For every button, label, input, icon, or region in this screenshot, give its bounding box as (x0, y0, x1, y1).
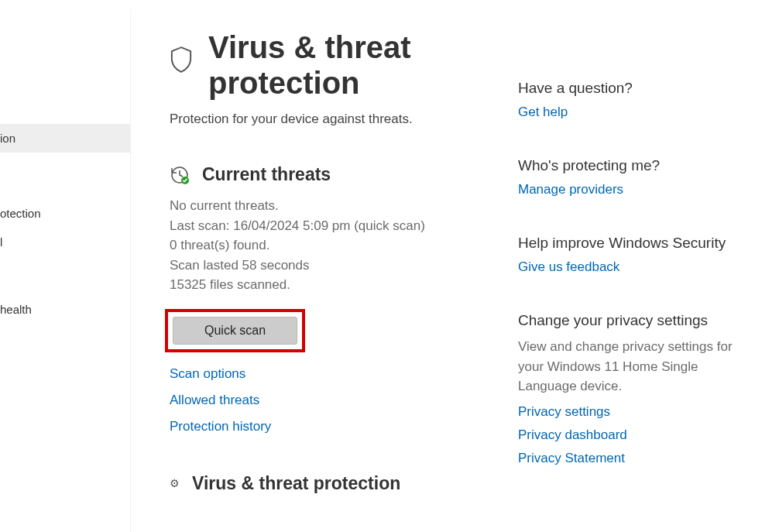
aside-title-privacy: Change your privacy settings (518, 312, 735, 329)
sidebar-item-l[interactable]: l (0, 228, 130, 256)
link-privacy-statement[interactable]: Privacy Statement (518, 451, 735, 466)
sidebar-item-label: ion (0, 132, 15, 145)
link-privacy-settings[interactable]: Privacy settings (518, 404, 735, 420)
sidebar-item-protection[interactable]: otection (0, 199, 130, 228)
page-title: Virus & threat protection (208, 29, 518, 101)
scan-history-icon (170, 165, 190, 185)
link-scan-options[interactable]: Scan options (170, 366, 518, 382)
link-give-feedback[interactable]: Give us feedback (518, 259, 735, 275)
shield-icon (170, 46, 193, 73)
sidebar-item-label: health (0, 303, 32, 316)
section-title-current-threats: Current threats (202, 164, 331, 185)
link-manage-providers[interactable]: Manage providers (518, 182, 735, 197)
aside-title-protecting: Who's protecting me? (518, 157, 735, 174)
link-privacy-dashboard[interactable]: Privacy dashboard (518, 427, 735, 443)
aside-column: Have a question? Get help Who's protecti… (518, 29, 750, 532)
sidebar-item-label: l (0, 235, 2, 249)
threats-found: 0 threat(s) found. (170, 235, 518, 256)
settings-icon: ⚙ (170, 477, 180, 489)
aside-privacy-text: View and change privacy settings for you… (518, 337, 735, 396)
link-get-help[interactable]: Get help (518, 105, 735, 120)
aside-title-question: Have a question? (518, 80, 735, 97)
aside-title-improve: Help improve Windows Security (518, 235, 735, 252)
sidebar-item-virus[interactable]: ion (0, 124, 130, 153)
last-scan: Last scan: 16/04/2024 5:09 pm (quick sca… (170, 216, 518, 236)
sidebar-item-health[interactable]: health (0, 295, 130, 324)
content: Virus & threat protection Protection for… (130, 6, 779, 532)
quick-scan-button[interactable]: Quick scan (173, 317, 297, 345)
link-protection-history[interactable]: Protection history (170, 419, 518, 434)
page-subtitle: Protection for your device against threa… (170, 112, 518, 127)
sidebar-item-label: otection (0, 207, 41, 220)
threat-status: No current threats. (170, 196, 518, 216)
section-title-vtp-settings: Virus & threat protection (192, 473, 400, 494)
quick-scan-highlight: Quick scan (165, 309, 305, 352)
sidebar: ion otection l health (0, 0, 130, 532)
scan-duration: Scan lasted 58 seconds (170, 256, 518, 276)
link-allowed-threats[interactable]: Allowed threats (170, 393, 518, 408)
files-scanned: 15325 files scanned. (170, 275, 518, 295)
main-column: Virus & threat protection Protection for… (170, 29, 518, 532)
